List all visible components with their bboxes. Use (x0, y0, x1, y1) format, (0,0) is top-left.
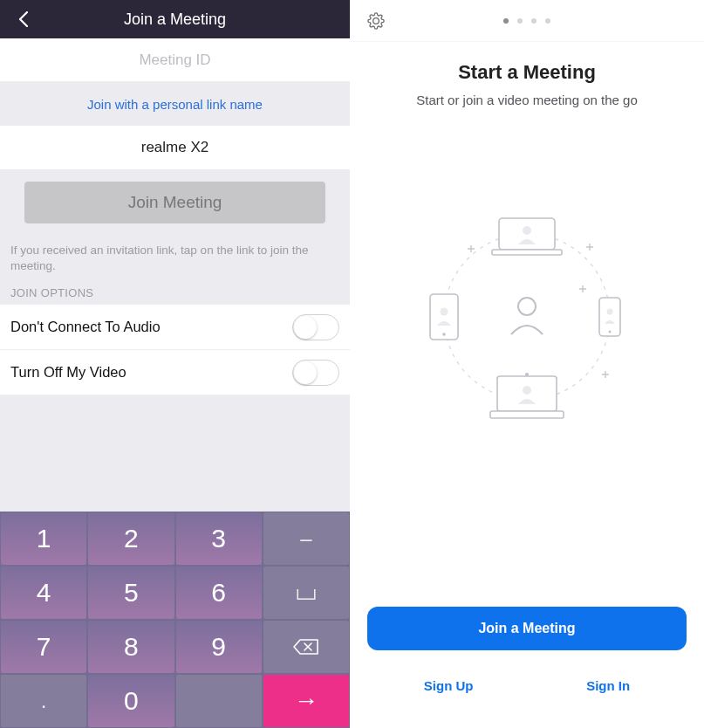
right-subtitle: Start or join a video meeting on the go (350, 93, 704, 107)
join-meeting-screen: Join a Meeting Meeting ID Join with a pe… (0, 0, 350, 728)
key-3[interactable]: 3 (176, 512, 262, 565)
right-title: Start a Meeting (350, 61, 704, 84)
page-dot (545, 18, 550, 24)
right-topbar (350, 0, 704, 42)
meeting-illustration-icon (350, 195, 704, 439)
svg-point-13 (525, 373, 529, 376)
audio-toggle[interactable] (292, 314, 339, 340)
key-9[interactable]: 9 (176, 621, 262, 673)
svg-point-10 (609, 331, 612, 333)
option-audio-row: Don't Connect To Audio (0, 305, 350, 350)
page-title: Join a Meeting (124, 10, 226, 29)
option-video-row: Turn Off My Video (0, 350, 350, 395)
back-button[interactable] (5, 0, 40, 38)
page-indicator (503, 18, 550, 24)
key-dash[interactable]: – (263, 512, 349, 565)
page-dot (503, 18, 509, 24)
svg-point-14 (523, 386, 531, 395)
device-name-input[interactable]: realme X2 (0, 126, 350, 169)
key-4[interactable]: 4 (1, 567, 86, 619)
numeric-keypad: 1 2 3 – 4 5 6 ⌴ 7 8 9 . 0 (0, 512, 350, 728)
svg-rect-8 (599, 298, 620, 336)
page-dot (517, 18, 523, 24)
svg-rect-12 (490, 411, 564, 418)
key-7[interactable]: 7 (1, 621, 86, 673)
join-meeting-primary-button[interactable]: Join a Meeting (367, 607, 687, 650)
start-meeting-screen: Start a Meeting Start or join a video me… (350, 0, 704, 728)
personal-link-button[interactable]: Join with a personal link name (0, 82, 350, 126)
key-empty[interactable] (176, 675, 262, 727)
page-dot (531, 18, 537, 24)
key-go[interactable]: → (263, 675, 349, 727)
key-5[interactable]: 5 (88, 567, 174, 619)
join-meeting-button[interactable]: Join Meeting (24, 182, 325, 223)
option-label: Don't Connect To Audio (10, 319, 161, 335)
option-label: Turn Off My Video (10, 364, 126, 381)
join-options-label: JOIN OPTIONS (0, 286, 350, 305)
svg-point-9 (607, 309, 613, 315)
key-6[interactable]: 6 (176, 567, 262, 619)
right-bottom-actions: Join a Meeting Sign Up Sign In (350, 607, 704, 728)
key-2[interactable]: 2 (88, 512, 174, 565)
key-1[interactable]: 1 (1, 512, 86, 565)
key-0[interactable]: 0 (88, 675, 174, 727)
svg-rect-3 (492, 250, 562, 255)
sign-in-link[interactable]: Sign In (586, 678, 630, 693)
settings-button[interactable] (362, 0, 390, 41)
key-backspace[interactable] (263, 621, 349, 673)
svg-point-1 (518, 298, 536, 315)
help-text: If you received an invitation link, tap … (0, 236, 350, 286)
video-toggle[interactable] (292, 360, 339, 386)
svg-point-6 (441, 308, 448, 316)
join-button-wrap: Join Meeting (0, 169, 350, 236)
key-8[interactable]: 8 (88, 621, 174, 673)
svg-point-7 (442, 333, 446, 336)
titlebar: Join a Meeting (0, 0, 350, 38)
sign-up-link[interactable]: Sign Up (424, 678, 474, 693)
key-space[interactable]: ⌴ (263, 567, 349, 619)
svg-point-4 (523, 226, 531, 235)
meeting-id-input[interactable]: Meeting ID (0, 38, 350, 82)
key-dot[interactable]: . (1, 675, 86, 727)
